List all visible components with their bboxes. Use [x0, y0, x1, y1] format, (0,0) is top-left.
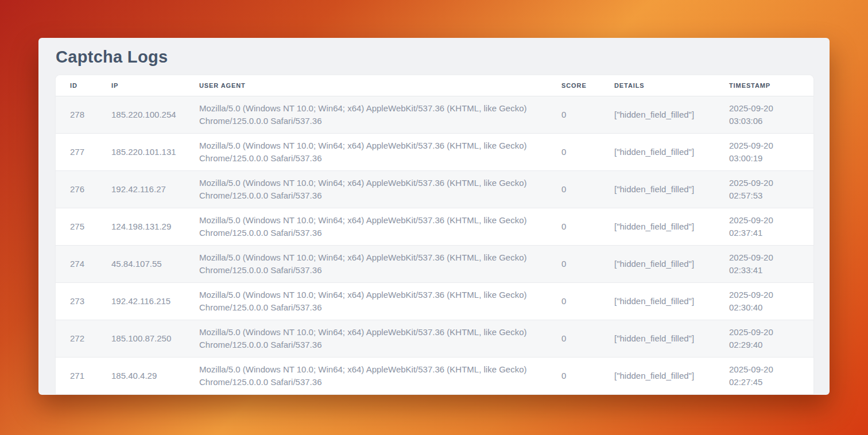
cell-details: ["hidden_field_filled"]	[614, 282, 729, 320]
cell-timestamp: 2025-09-20 03:00:19	[729, 133, 813, 170]
cell-ip: 185.100.87.250	[111, 320, 199, 357]
cell-details: ["hidden_field_filled"]	[614, 245, 729, 282]
cell-user-agent: Mozilla/5.0 (Windows NT 10.0; Win64; x64…	[199, 208, 561, 245]
cell-score: 0	[561, 170, 614, 208]
cell-ip: 45.84.107.55	[111, 245, 199, 282]
table-row: 276 192.42.116.27 Mozilla/5.0 (Windows N…	[56, 170, 813, 208]
column-header-user-agent: USER AGENT	[199, 75, 561, 96]
cell-details: ["hidden_field_filled"]	[614, 170, 729, 208]
cell-timestamp: 2025-09-20 02:37:41	[729, 208, 813, 245]
cell-id: 274	[56, 245, 111, 282]
table-row: 271 185.40.4.29 Mozilla/5.0 (Windows NT …	[56, 357, 813, 394]
captcha-logs-table: ID IP USER AGENT SCORE DETAILS TIMESTAMP…	[56, 75, 813, 395]
cell-score: 0	[561, 96, 614, 133]
cell-user-agent: Mozilla/5.0 (Windows NT 10.0; Win64; x64…	[199, 320, 561, 357]
cell-ip: 192.42.116.215	[111, 282, 199, 320]
cell-id: 272	[56, 320, 111, 357]
cell-ip: 192.42.116.27	[111, 170, 199, 208]
column-header-details: DETAILS	[614, 75, 729, 96]
cell-ip: 124.198.131.29	[111, 208, 199, 245]
captcha-logs-card: Captcha Logs ID IP USER AGENT SCORE DETA…	[38, 38, 830, 395]
cell-user-agent: Mozilla/5.0 (Windows NT 10.0; Win64; x64…	[199, 357, 561, 394]
cell-user-agent: Mozilla/5.0 (Windows NT 10.0; Win64; x64…	[199, 282, 561, 320]
cell-timestamp: 2025-09-20 02:57:53	[729, 170, 813, 208]
cell-score: 0	[561, 282, 614, 320]
page-title: Captcha Logs	[56, 48, 812, 65]
table-body: 278 185.220.100.254 Mozilla/5.0 (Windows…	[56, 96, 813, 394]
cell-details: ["hidden_field_filled"]	[614, 208, 729, 245]
logs-table-container: ID IP USER AGENT SCORE DETAILS TIMESTAMP…	[56, 75, 813, 395]
table-row: 278 185.220.100.254 Mozilla/5.0 (Windows…	[56, 96, 813, 133]
table-row: 277 185.220.101.131 Mozilla/5.0 (Windows…	[56, 133, 813, 170]
table-row: 273 192.42.116.215 Mozilla/5.0 (Windows …	[56, 282, 813, 320]
cell-id: 278	[56, 96, 111, 133]
cell-timestamp: 2025-09-20 02:33:41	[729, 245, 813, 282]
table-row: 275 124.198.131.29 Mozilla/5.0 (Windows …	[56, 208, 813, 245]
table-header-row: ID IP USER AGENT SCORE DETAILS TIMESTAMP	[56, 75, 813, 96]
cell-ip: 185.40.4.29	[111, 357, 199, 394]
table-row: 274 45.84.107.55 Mozilla/5.0 (Windows NT…	[56, 245, 813, 282]
cell-details: ["hidden_field_filled"]	[614, 357, 729, 394]
cell-id: 275	[56, 208, 111, 245]
cell-score: 0	[561, 208, 614, 245]
table-header: ID IP USER AGENT SCORE DETAILS TIMESTAMP	[56, 75, 813, 96]
cell-details: ["hidden_field_filled"]	[614, 133, 729, 170]
cell-details: ["hidden_field_filled"]	[614, 320, 729, 357]
cell-timestamp: 2025-09-20 02:30:40	[729, 282, 813, 320]
cell-ip: 185.220.100.254	[111, 96, 199, 133]
cell-timestamp: 2025-09-20 03:03:06	[729, 96, 813, 133]
cell-timestamp: 2025-09-20 02:27:45	[729, 357, 813, 394]
column-header-id: ID	[56, 75, 111, 96]
column-header-ip: IP	[111, 75, 199, 96]
page-background: { "page": { "title": "Captcha Logs" }, "…	[0, 0, 868, 435]
column-header-timestamp: TIMESTAMP	[729, 75, 813, 96]
cell-details: ["hidden_field_filled"]	[614, 96, 729, 133]
column-header-score: SCORE	[561, 75, 614, 96]
cell-score: 0	[561, 357, 614, 394]
cell-user-agent: Mozilla/5.0 (Windows NT 10.0; Win64; x64…	[199, 245, 561, 282]
cell-id: 277	[56, 133, 111, 170]
cell-user-agent: Mozilla/5.0 (Windows NT 10.0; Win64; x64…	[199, 96, 561, 133]
cell-ip: 185.220.101.131	[111, 133, 199, 170]
cell-score: 0	[561, 133, 614, 170]
cell-user-agent: Mozilla/5.0 (Windows NT 10.0; Win64; x64…	[199, 170, 561, 208]
cell-timestamp: 2025-09-20 02:29:40	[729, 320, 813, 357]
cell-score: 0	[561, 320, 614, 357]
cell-user-agent: Mozilla/5.0 (Windows NT 10.0; Win64; x64…	[199, 133, 561, 170]
table-row: 272 185.100.87.250 Mozilla/5.0 (Windows …	[56, 320, 813, 357]
cell-score: 0	[561, 245, 614, 282]
cell-id: 273	[56, 282, 111, 320]
cell-id: 276	[56, 170, 111, 208]
cell-id: 271	[56, 357, 111, 394]
